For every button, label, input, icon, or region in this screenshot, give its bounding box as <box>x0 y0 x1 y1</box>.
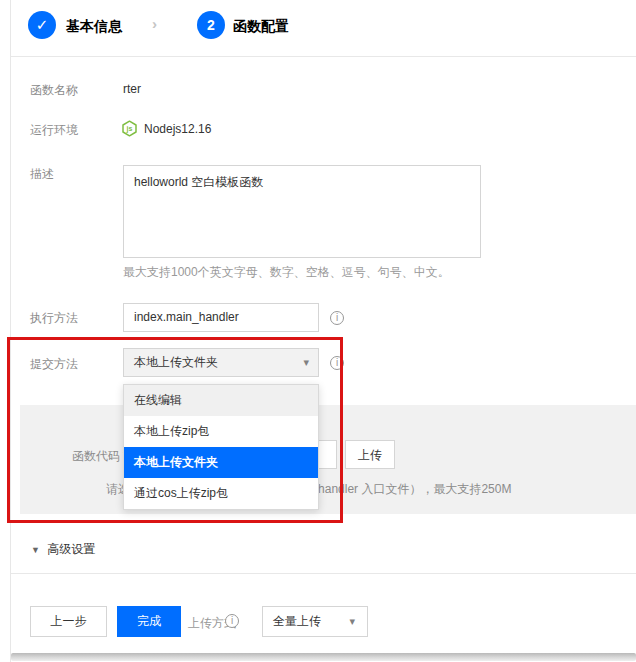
function-name-value: rter <box>123 82 141 96</box>
function-config-page: ✓ 基本信息 › 2 函数配置 函数名称 rter 运行环境 js Nodejs… <box>0 0 636 662</box>
previous-step-button[interactable]: 上一步 <box>30 606 107 637</box>
step1-circle: ✓ <box>28 11 56 39</box>
dropdown-option-local-folder[interactable]: 本地上传文件夹 <box>124 447 318 478</box>
step2-label: 函数配置 <box>233 18 289 36</box>
dropdown-option-online-edit[interactable]: 在线编辑 <box>124 385 318 416</box>
submit-method-info-icon[interactable]: i <box>330 356 344 370</box>
description-hint: 最大支持1000个英文字母、数字、空格、逗号、句号、中文。 <box>123 264 450 281</box>
advanced-settings-label: 高级设置 <box>47 542 95 556</box>
upload-mode-select[interactable]: 全量上传 ▾ <box>262 606 368 637</box>
dropdown-arrow-icon: ▾ <box>349 607 355 636</box>
collapse-arrow-icon: ▼ <box>31 545 40 555</box>
header-divider <box>11 56 636 57</box>
step2-circle: 2 <box>197 11 225 39</box>
function-name-label: 函数名称 <box>30 82 78 99</box>
chevron-right-icon: › <box>152 15 157 32</box>
nodejs-hexagon-icon: js <box>121 120 138 137</box>
description-label: 描述 <box>30 166 54 183</box>
footer-divider <box>11 573 636 574</box>
upload-mode-info-icon[interactable]: i <box>225 614 239 628</box>
dropdown-arrow-icon: ▾ <box>303 349 309 376</box>
finish-button[interactable]: 完成 <box>117 606 181 637</box>
horizontal-scrollbar[interactable] <box>11 653 636 661</box>
svg-text:js: js <box>126 125 133 133</box>
submit-method-select[interactable]: 本地上传文件夹 ▾ <box>123 348 319 377</box>
function-code-label: 函数代码* <box>72 448 128 465</box>
submit-method-dropdown: 在线编辑 本地上传zip包 本地上传文件夹 通过cos上传zip包 <box>123 384 319 510</box>
upload-mode-value: 全量上传 <box>273 614 321 628</box>
step2-number: 2 <box>207 17 215 33</box>
handler-info-icon[interactable]: i <box>330 311 344 325</box>
submit-method-value: 本地上传文件夹 <box>134 355 218 369</box>
page-left-border <box>10 0 11 662</box>
description-textarea[interactable]: helloworld 空白模板函数 <box>123 165 481 258</box>
handler-label: 执行方法 <box>30 310 78 327</box>
submit-method-label: 提交方法 <box>30 356 78 373</box>
runtime-value: Nodejs12.16 <box>144 122 211 136</box>
upload-button[interactable]: 上传 <box>345 440 395 469</box>
runtime-label: 运行环境 <box>30 122 78 139</box>
step1-label: 基本信息 <box>66 18 122 36</box>
dropdown-option-cos-zip[interactable]: 通过cos上传zip包 <box>124 478 318 509</box>
handler-input[interactable]: index.main_handler <box>123 303 319 332</box>
dropdown-option-local-zip[interactable]: 本地上传zip包 <box>124 416 318 447</box>
advanced-settings-toggle[interactable]: ▼ 高级设置 <box>31 541 95 558</box>
check-icon: ✓ <box>36 16 49 34</box>
